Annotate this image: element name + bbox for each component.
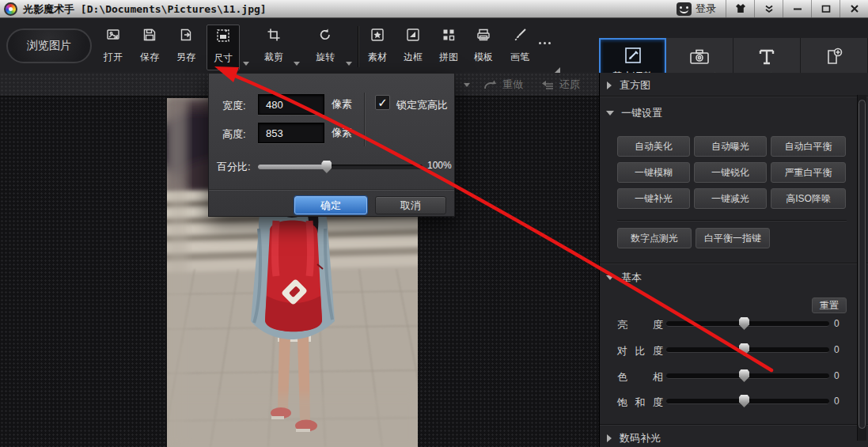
- skin-button[interactable]: [726, 0, 754, 17]
- panel-divider: [600, 424, 868, 426]
- redo-button[interactable]: 重做: [483, 73, 523, 97]
- material-button[interactable]: 素材: [360, 25, 395, 69]
- one-key-dim-light-button[interactable]: 一键减光: [694, 188, 767, 209]
- fill-light-section-header[interactable]: 数码补光: [600, 428, 868, 447]
- severe-white-balance-button[interactable]: 严重白平衡: [771, 162, 846, 183]
- basic-section-header[interactable]: 基本: [600, 267, 868, 288]
- brightness-slider[interactable]: [666, 321, 829, 327]
- rotate-button[interactable]: 旋转: [309, 25, 342, 69]
- white-balance-one-touch-label: 白平衡一指键: [704, 232, 761, 245]
- material-label: 素材: [368, 51, 387, 64]
- one-key-blur-button[interactable]: 一键模糊: [617, 162, 690, 183]
- slider-handle[interactable]: [739, 395, 749, 407]
- saturation-slider-row: 饱和度 0: [600, 395, 868, 409]
- digital-spot-metering-button[interactable]: 数字点测光: [617, 228, 692, 248]
- lock-aspect-checkbox[interactable]: ✓: [375, 95, 390, 110]
- save-button[interactable]: 保存: [133, 25, 166, 69]
- collage-label: 拼图: [439, 51, 458, 64]
- brightness-value: 0: [834, 318, 840, 329]
- saturation-value: 0: [834, 396, 840, 407]
- undo-label: 还原: [559, 78, 580, 92]
- save-label: 保存: [140, 51, 159, 64]
- expanded-triangle-icon: [606, 111, 614, 116]
- open-button[interactable]: 打开: [97, 25, 130, 69]
- size-label: 尺寸: [214, 51, 233, 65]
- minimize-button[interactable]: [783, 0, 811, 17]
- histogram-label: 直方图: [620, 78, 650, 93]
- width-input[interactable]: 480: [258, 94, 324, 115]
- reset-label: 重置: [820, 299, 839, 313]
- percent-value: 100%: [427, 160, 452, 171]
- panel-divider: [600, 263, 868, 264]
- history-dropdown-caret[interactable]: [464, 83, 470, 87]
- brightness-label: 亮度: [617, 318, 663, 332]
- browse-images-button[interactable]: 浏览图片: [6, 28, 92, 63]
- high-iso-denoise-button[interactable]: 高ISO降噪: [771, 188, 846, 209]
- size-button[interactable]: 尺寸: [207, 25, 240, 70]
- auto-white-balance-button[interactable]: 自动白平衡: [771, 136, 846, 157]
- panel-scrollbar[interactable]: [857, 95, 866, 441]
- white-balance-one-touch-button[interactable]: 白平衡一指键: [696, 228, 770, 248]
- auto-exposure-button[interactable]: 自动曝光: [694, 136, 767, 157]
- contrast-slider[interactable]: [666, 347, 829, 353]
- panel-scrollbar-thumb[interactable]: [859, 100, 866, 429]
- contrast-label: 对比度: [617, 344, 663, 358]
- reset-button[interactable]: 重置: [812, 297, 847, 313]
- width-unit-label: 像素: [332, 97, 352, 112]
- collage-button[interactable]: 拼图: [431, 25, 466, 69]
- contrast-slider-row: 对比度 0: [600, 343, 868, 358]
- size-dropdown-caret[interactable]: [243, 62, 249, 66]
- template-button[interactable]: 模板: [465, 25, 502, 69]
- one-key-label: 一键设置: [621, 106, 662, 120]
- border-label: 边框: [404, 51, 423, 64]
- hue-slider-row: 色相 0: [600, 369, 868, 384]
- crop-label: 裁剪: [264, 51, 283, 64]
- star-material-icon: [370, 28, 385, 42]
- collapsed-triangle-icon: [607, 81, 612, 89]
- slider-handle[interactable]: [739, 343, 749, 356]
- redo-arrow-icon: [483, 78, 498, 91]
- open-label: 打开: [104, 51, 123, 64]
- brush-button[interactable]: 画笔: [502, 25, 537, 69]
- saturation-slider[interactable]: [666, 399, 829, 404]
- rotate-dropdown-caret[interactable]: [346, 62, 352, 66]
- crop-button[interactable]: 裁剪: [257, 25, 290, 69]
- dialog-divider: [209, 189, 454, 191]
- percent-slider[interactable]: [258, 165, 423, 169]
- lock-aspect-label: 锁定宽高比: [396, 98, 448, 112]
- double-chevron-down-icon: [763, 2, 775, 15]
- height-unit-label: 像素: [332, 126, 352, 140]
- maximize-button[interactable]: [812, 0, 840, 17]
- slider-handle[interactable]: [739, 317, 749, 330]
- severe-white-balance-label: 严重白平衡: [785, 166, 832, 180]
- slider-handle[interactable]: [739, 369, 749, 382]
- auto-beautify-label: 自动美化: [635, 140, 673, 153]
- percent-slider-handle[interactable]: [321, 161, 332, 173]
- ok-button[interactable]: 确定: [294, 196, 367, 214]
- one-key-section-header[interactable]: 一键设置: [600, 103, 868, 123]
- auto-exposure-label: 自动曝光: [711, 140, 749, 153]
- maximize-icon: [820, 2, 832, 15]
- auto-beautify-button[interactable]: 自动美化: [617, 136, 690, 157]
- resize-dialog: 宽度: 480 像素 高度: 853 像素 ✓ 锁定宽高比 百分比: 100% …: [208, 73, 455, 217]
- undo-restore-button[interactable]: 还原: [540, 73, 580, 97]
- title-bar: 光影魔术手 [D:\Documents\Pictures\11.jpg] 登录: [0, 0, 868, 18]
- login-button[interactable]: 登录: [667, 0, 726, 17]
- expanded-triangle-icon: [606, 275, 614, 280]
- height-label: 高度:: [222, 127, 246, 142]
- save-as-button[interactable]: 另存: [169, 25, 203, 69]
- crop-dropdown-caret[interactable]: [294, 62, 300, 66]
- close-button[interactable]: [840, 0, 868, 17]
- dialog-separator: [364, 93, 365, 146]
- hue-slider[interactable]: [666, 373, 829, 379]
- height-input[interactable]: 853: [258, 123, 324, 143]
- rotate-icon: [318, 28, 332, 42]
- border-button[interactable]: 边框: [396, 25, 430, 69]
- more-tools-icon[interactable]: [539, 42, 551, 44]
- collapse-button[interactable]: [755, 0, 783, 17]
- cancel-button[interactable]: 取消: [375, 196, 446, 214]
- one-key-sharpen-button[interactable]: 一键锐化: [694, 162, 767, 183]
- one-key-fill-light-button[interactable]: 一键补光: [617, 188, 690, 209]
- rotate-label: 旋转: [316, 51, 335, 64]
- histogram-section-header[interactable]: 直方图: [600, 75, 868, 96]
